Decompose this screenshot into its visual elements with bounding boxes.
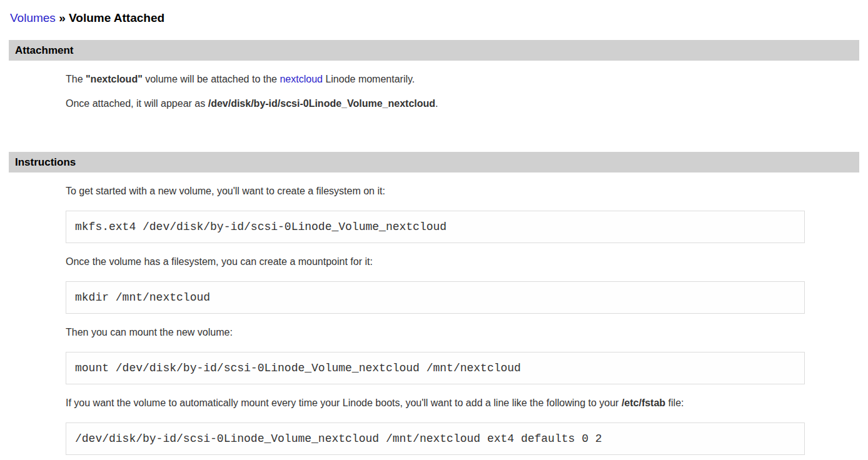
attachment-intro-t2: volume will be attached to the [143,74,280,84]
attachment-intro-t1: The [66,74,86,84]
fstab-text-before: If you want the volume to automatically … [66,398,622,408]
volume-name-bold: "nextcloud" [86,74,143,84]
attachment-device-text: Once attached, it will appear as /dev/di… [66,98,805,109]
attachment-appear-t1: Once attached, it will appear as [66,98,208,109]
breadcrumb-link-volumes[interactable]: Volumes [10,11,56,24]
instruction-step-text-mount: Then you can mount the new volume: [66,326,805,338]
fstab-path-bold: /etc/fstab [622,398,665,408]
instructions-section-body: To get started with a new volume, you'll… [66,185,805,460]
attachment-section-header: Attachment [9,40,859,61]
instructions-section-title: Instructions [15,156,76,168]
breadcrumb: Volumes » Volume Attached [10,11,858,25]
code-block-mount: mount /dev/disk/by-id/scsi-0Linode_Volum… [66,352,805,384]
code-block-fstab: /dev/disk/by-id/scsi-0Linode_Volume_next… [66,422,805,455]
breadcrumb-current: Volume Attached [69,11,164,24]
attachment-section-title: Attachment [15,44,74,56]
linode-link-nextcloud[interactable]: nextcloud [280,74,323,84]
code-block-mkdir: mkdir /mnt/nextcloud [66,281,805,314]
instruction-step-text-fstab: If you want the volume to automatically … [66,397,805,409]
attachment-intro-text: The "nextcloud" volume will be attached … [66,73,805,85]
device-path-bold: /dev/disk/by-id/scsi-0Linode_Volume_next… [208,98,435,109]
instructions-section-header: Instructions [9,152,859,172]
fstab-text-after: file: [665,398,684,408]
breadcrumb-separator: » [59,11,66,24]
volume-attached-page: Volumes » Volume Attached Attachment The… [0,0,868,460]
attachment-appear-t2: . [435,98,438,109]
attachment-intro-t3: Linode momentarily. [323,74,415,84]
attachment-section-body: The "nextcloud" volume will be attached … [66,73,805,136]
instruction-step-text-mkfs: To get started with a new volume, you'll… [66,185,805,197]
code-block-mkfs: mkfs.ext4 /dev/disk/by-id/scsi-0Linode_V… [66,211,805,243]
instruction-step-text-mkdir: Once the volume has a filesystem, you ca… [66,256,805,268]
